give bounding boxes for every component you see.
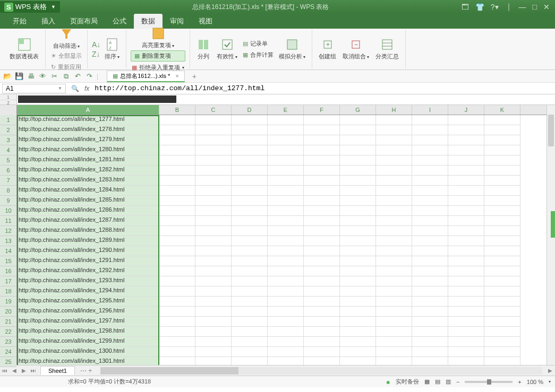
cell[interactable] [484, 196, 520, 206]
copy-icon[interactable]: ⧉ [62, 72, 70, 81]
cell[interactable]: http://top.chinaz.com/all/index_1280.htm… [17, 145, 159, 155]
cell[interactable] [195, 246, 232, 256]
cell[interactable] [376, 276, 412, 286]
cell[interactable] [412, 266, 448, 276]
whatif-button[interactable]: 模拟分析▾ [277, 37, 308, 62]
cell[interactable] [232, 317, 268, 327]
ungroup-button[interactable]: − 取消组合▾ [340, 37, 371, 62]
group-button[interactable]: + 创建组 [317, 37, 338, 62]
cell[interactable] [159, 307, 195, 317]
close-tab-icon[interactable]: × [175, 73, 178, 79]
cell[interactable] [340, 226, 376, 236]
cell[interactable] [232, 276, 268, 286]
cell[interactable] [412, 276, 448, 286]
reapply-button[interactable]: ↻重新应用 [50, 62, 83, 72]
cell[interactable] [232, 186, 268, 196]
cell[interactable] [268, 135, 304, 145]
cell[interactable] [448, 337, 484, 347]
cell[interactable] [484, 347, 520, 357]
cell[interactable] [159, 165, 195, 176]
cell[interactable] [195, 307, 232, 317]
close-button[interactable]: ✕ [543, 3, 550, 11]
cell[interactable] [448, 266, 484, 276]
cell[interactable] [376, 357, 412, 365]
cell[interactable] [268, 186, 304, 196]
remove-duplicates-button[interactable]: ▦删除重复项 [131, 50, 185, 62]
cell[interactable] [448, 317, 484, 327]
cell[interactable] [412, 327, 448, 337]
row-header[interactable]: 20 [0, 307, 16, 317]
cell[interactable] [232, 307, 268, 317]
cell[interactable] [376, 297, 412, 307]
consolidate-button[interactable]: ▦合并计算 [242, 50, 275, 60]
cell[interactable] [376, 155, 412, 165]
cell[interactable] [376, 206, 412, 216]
cell[interactable] [448, 246, 484, 256]
cell[interactable] [159, 266, 195, 276]
cell[interactable] [340, 186, 376, 196]
cell[interactable] [412, 307, 448, 317]
cell[interactable] [304, 155, 340, 165]
column-header[interactable]: D [232, 105, 268, 115]
cell[interactable] [195, 176, 232, 186]
app-menu[interactable]: S WPS 表格 ▼ [0, 1, 60, 13]
column-header[interactable]: B [159, 105, 195, 115]
cell[interactable] [376, 236, 412, 246]
row-header[interactable]: 12 [0, 226, 16, 236]
cell[interactable] [484, 357, 520, 365]
cell[interactable] [159, 145, 195, 155]
cell[interactable] [304, 115, 340, 125]
cell[interactable] [340, 357, 376, 365]
row-header[interactable]: 4 [0, 145, 16, 155]
row-header[interactable]: 23 [0, 337, 16, 347]
cell[interactable] [195, 135, 232, 145]
cell[interactable] [412, 155, 448, 165]
cell[interactable] [484, 165, 520, 176]
cell[interactable] [159, 246, 195, 256]
row-header[interactable]: 25 [0, 357, 16, 367]
cell[interactable] [340, 236, 376, 246]
cell[interactable] [304, 196, 340, 206]
cell[interactable] [304, 337, 340, 347]
cell[interactable] [448, 165, 484, 176]
last-sheet-button[interactable]: ⏭ [29, 368, 38, 373]
cell[interactable] [304, 165, 340, 176]
row-header[interactable]: 14 [0, 246, 16, 256]
cell[interactable] [195, 186, 232, 196]
validation-button[interactable]: 有效性▾ [215, 37, 240, 62]
ribbon-collapse-icon[interactable]: ｜ [505, 2, 513, 12]
cell[interactable] [232, 115, 268, 125]
new-tab-button[interactable]: + [192, 72, 197, 81]
cell[interactable]: http://top.chinaz.com/all/index_1301.htm… [17, 357, 159, 365]
cell[interactable] [195, 327, 232, 337]
column-header[interactable]: C [195, 105, 232, 115]
cell[interactable] [304, 256, 340, 266]
scroll-thumb[interactable] [100, 367, 238, 374]
cell[interactable] [448, 135, 484, 145]
cell[interactable] [268, 327, 304, 337]
cell[interactable] [484, 125, 520, 135]
cell[interactable] [268, 297, 304, 307]
cell[interactable] [159, 236, 195, 246]
cell[interactable] [484, 226, 520, 236]
show-all-button[interactable]: ☀全部显示 [50, 51, 83, 61]
cell[interactable] [304, 125, 340, 135]
cell[interactable] [412, 145, 448, 155]
cell[interactable] [304, 206, 340, 216]
cell[interactable] [304, 276, 340, 286]
cell[interactable] [448, 125, 484, 135]
cell[interactable] [232, 286, 268, 297]
cell[interactable] [159, 115, 195, 125]
cell[interactable] [340, 347, 376, 357]
cell[interactable] [304, 145, 340, 155]
cell[interactable] [340, 246, 376, 256]
cell[interactable]: http://top.chinaz.com/all/index_1287.htm… [17, 216, 159, 226]
cell[interactable] [376, 317, 412, 327]
cell[interactable] [159, 135, 195, 145]
cell[interactable] [484, 216, 520, 226]
cell[interactable]: http://top.chinaz.com/all/index_1281.htm… [17, 155, 159, 165]
cell[interactable]: http://top.chinaz.com/all/index_1290.htm… [17, 246, 159, 256]
cell[interactable] [340, 165, 376, 176]
cell[interactable] [159, 196, 195, 206]
print-icon[interactable]: 🖶 [27, 72, 35, 81]
